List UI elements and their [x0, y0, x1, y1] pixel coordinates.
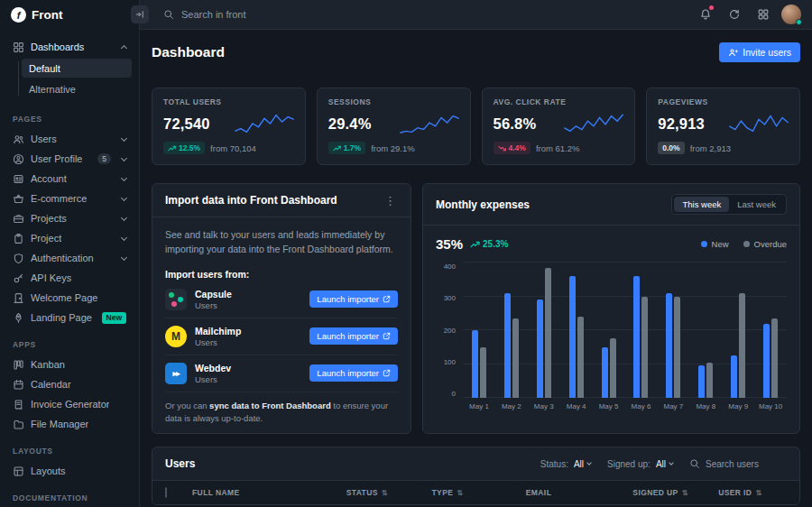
toggle-this-week[interactable]: This week [674, 197, 729, 212]
id-card-icon [13, 173, 24, 185]
apps-button[interactable] [752, 4, 774, 25]
card-title: Import data into Front Dashboard [165, 194, 337, 207]
sidebar-collapse-button[interactable] [131, 5, 149, 23]
notifications-button[interactable] [695, 4, 716, 25]
stat-value: 92,913 [658, 115, 705, 133]
sidebar-item-kanban[interactable]: Kanban [7, 355, 132, 374]
activity-button[interactable] [724, 4, 745, 25]
external-link-icon [383, 332, 391, 340]
sidebar-nav: Dashboards Default Alternative PAGES Use… [0, 30, 139, 507]
chevron-down-icon [121, 194, 127, 200]
sidebar-item-account[interactable]: Account [7, 169, 132, 189]
sidebar-item-label: Authentication [31, 253, 94, 263]
stat-card-avg-click-rate: AVG. CLICK RATE 56.8% 4.4% from 61.2% [482, 88, 636, 165]
sidebar-item-user-profile[interactable]: User Profile 5 [7, 149, 132, 169]
column-email[interactable]: EMAIL [526, 488, 633, 497]
sidebar-item-landing-page[interactable]: Landing Page New [7, 308, 132, 327]
sidebar-item-label: Projects [31, 213, 67, 224]
sidebar-item-welcome-page[interactable]: Welcome Page [7, 288, 132, 308]
source-name: Webdev [195, 363, 231, 373]
bar-overdue [545, 268, 551, 398]
users-icon [13, 134, 24, 145]
status-filter[interactable]: Status: All [540, 459, 591, 469]
section-title-layouts: LAYOUTS [7, 434, 132, 461]
expenses-bar-chart: 4003002001000 May 1May 2May 3May 4May 5M… [423, 254, 799, 433]
search-input[interactable] [181, 9, 380, 20]
users-search [689, 458, 787, 469]
bar-new [569, 276, 576, 398]
y-axis-tick: 300 [436, 294, 456, 302]
sidebar-item-dashboards[interactable]: Dashboards [7, 37, 132, 57]
middle-row: Import data into Front Dashboard ⋮ See a… [152, 183, 800, 434]
bar-new [602, 347, 608, 398]
count-badge: 5 [97, 153, 111, 164]
sidebar-item-api-keys[interactable]: API Keys [7, 268, 132, 288]
stat-label: SESSIONS [328, 97, 459, 106]
stat-label: TOTAL USERS [163, 97, 294, 106]
sidebar-subitem-default[interactable]: Default [22, 59, 132, 78]
sidebar-item-invoice-generator[interactable]: Invoice Generator [7, 394, 132, 414]
chevron-down-icon [121, 254, 127, 260]
status-filter-value: All [574, 459, 584, 469]
bar-group [472, 263, 486, 398]
main-area: Dashboard Invite users TOTAL USERS 72,54… [140, 0, 812, 507]
launch-importer-button[interactable]: Launch importer [309, 364, 398, 382]
card-title: Monthly expenses [436, 198, 530, 211]
user-profile-icon [13, 153, 24, 165]
sidebar-item-label: Account [31, 173, 67, 184]
launch-importer-button[interactable]: Launch importer [309, 290, 398, 308]
trend-up-icon [333, 145, 341, 152]
bar-overdue [771, 318, 778, 398]
column-signed-up[interactable]: SIGNED UP⇅ [632, 488, 718, 497]
sidebar-item-users[interactable]: Users [7, 129, 132, 149]
folder-icon [13, 419, 24, 430]
briefcase-icon [13, 213, 24, 225]
sidebar-item-ecommerce[interactable]: E-commerce [7, 189, 132, 208]
sidebar-item-label: Landing Page [31, 312, 92, 323]
sidebar-item-label: Welcome Page [31, 292, 97, 303]
sidebar-item-file-manager[interactable]: File Manager [7, 414, 132, 434]
sidebar-item-label: API Keys [31, 272, 71, 283]
launch-importer-button[interactable]: Launch importer [309, 327, 398, 345]
user-avatar[interactable] [781, 5, 801, 24]
column-type[interactable]: TYPE⇅ [431, 488, 525, 497]
x-axis-label: May 7 [657, 402, 689, 410]
column-full-name[interactable]: FULL NAME [192, 488, 346, 497]
kebab-menu-icon[interactable]: ⋮ [383, 195, 398, 207]
delta-badge: 12.5% [163, 142, 205, 154]
stat-compare: from 2,913 [690, 143, 731, 153]
legend-item-overdue[interactable]: Overdue [743, 239, 787, 249]
legend-item-new[interactable]: New [701, 239, 729, 249]
select-all-checkbox[interactable] [165, 487, 167, 498]
source-name: Mailchimp [195, 326, 241, 336]
toggle-last-week[interactable]: Last week [729, 197, 784, 212]
chevron-down-icon [121, 234, 127, 240]
chevron-down-icon [121, 214, 127, 220]
stat-value: 29.4% [328, 115, 372, 133]
sidebar-item-label: Dashboards [31, 41, 84, 52]
column-status[interactable]: STATUS⇅ [346, 488, 432, 497]
brand[interactable]: f Front [0, 0, 139, 30]
stat-card-pageviews: PAGEVIEWS 92,913 0.0% from 2,913 [646, 88, 800, 165]
bar-group [537, 263, 551, 398]
bar-overdue [577, 317, 584, 398]
sidebar-item-layouts[interactable]: Layouts [7, 461, 132, 481]
sidebar-item-authentication[interactable]: Authentication [7, 248, 132, 268]
column-user-id[interactable]: USER ID⇅ [718, 488, 787, 497]
sidebar-item-projects[interactable]: Projects [7, 208, 132, 228]
bar-overdue [610, 338, 616, 398]
chevron-down-icon [586, 460, 592, 466]
chart-y-axis: 4003002001000 [436, 263, 456, 398]
sidebar-item-label: E-commerce [31, 193, 87, 204]
layout-icon [13, 466, 24, 477]
trend-up-icon [470, 241, 480, 248]
sidebar-item-calendar[interactable]: Calendar [7, 374, 132, 394]
sidebar-item-project[interactable]: Project [7, 228, 132, 248]
sidebar-subitem-alternative[interactable]: Alternative [22, 79, 132, 98]
sidebar-item-label: Kanban [31, 359, 65, 370]
signed-up-filter[interactable]: Signed up: All [607, 459, 673, 469]
invite-users-button[interactable]: Invite users [719, 42, 800, 62]
bar-group [731, 263, 745, 398]
key-icon [13, 272, 24, 284]
users-search-input[interactable] [706, 459, 787, 469]
